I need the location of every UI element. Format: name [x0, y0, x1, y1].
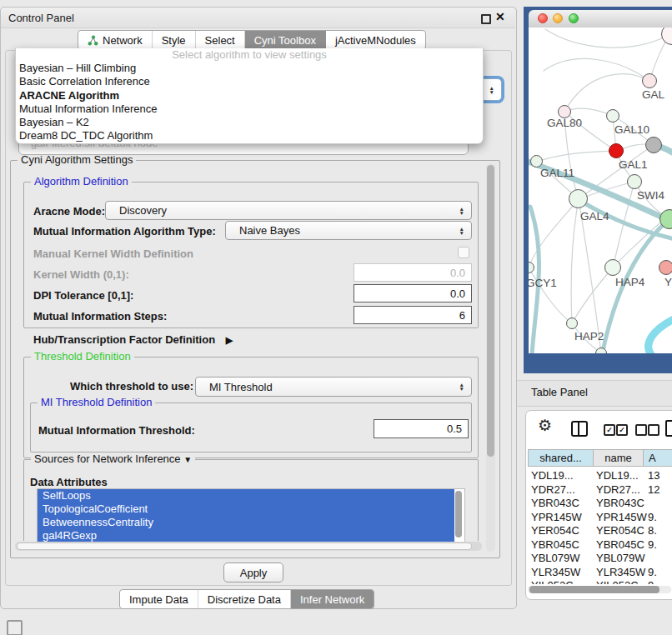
table-cell[interactable]: YDL19...: [596, 469, 639, 482]
table-cell[interactable]: 12: [648, 483, 659, 496]
network-node-gray[interactable]: [645, 137, 662, 153]
table-cell[interactable]: YPR145W: [531, 511, 582, 523]
settings-vscrollbar[interactable]: [486, 163, 495, 552]
popup-item-dream8[interactable]: Dream8 DC_TDC Algorithm: [16, 129, 483, 142]
list-item-gal4rgexp[interactable]: gal4RGexp: [38, 529, 454, 542]
tab-cyni-toolbox[interactable]: Cyni Toolbox: [245, 31, 326, 49]
network-node-salmon[interactable]: [659, 260, 672, 275]
table-cell[interactable]: YBR045C: [531, 538, 579, 551]
sources-legend[interactable]: Sources for Network Inference ▼: [31, 452, 195, 465]
unchecked-checkbox-icon[interactable]: [635, 424, 647, 436]
table-cell[interactable]: YBR045C: [596, 538, 644, 551]
control-panel-titlebar[interactable]: [1, 8, 515, 28]
floating-panel-icon[interactable]: [7, 620, 23, 635]
table-cell[interactable]: YER054C: [531, 524, 579, 537]
minimize-traffic-light[interactable]: [553, 13, 563, 23]
manual-kernel-checkbox[interactable]: [458, 247, 469, 258]
tab-infer-network[interactable]: Infer Network: [291, 590, 374, 608]
columns-icon[interactable]: [571, 421, 588, 437]
network-node-gal10[interactable]: [606, 109, 619, 122]
tab-style[interactable]: Style: [153, 31, 196, 49]
table-cell[interactable]: YIL052C: [531, 579, 574, 584]
apply-button[interactable]: Apply: [223, 562, 283, 582]
network-node-hap4[interactable]: [604, 259, 621, 276]
checked-checkbox-icon[interactable]: ✓: [616, 424, 628, 436]
node-label: GAL1: [619, 158, 648, 171]
which-threshold-combo[interactable]: MI Threshold ▲▼: [195, 377, 472, 397]
table-cell[interactable]: YBR043C: [596, 497, 644, 509]
column-header-name[interactable]: name: [593, 449, 644, 467]
table-cell[interactable]: YBL079W: [531, 552, 580, 564]
table-cell[interactable]: YER054C: [596, 524, 644, 537]
tab-network-label: Network: [103, 34, 143, 47]
popup-item-basic-correlation[interactable]: Basic Correlation Inference: [16, 75, 483, 88]
float-window-icon[interactable]: [481, 14, 491, 24]
zoom-traffic-light[interactable]: [569, 13, 579, 23]
table-cell[interactable]: YBR043C: [531, 497, 579, 509]
network-node-gal1[interactable]: [609, 143, 624, 158]
column-header-shared-name[interactable]: shared...: [528, 449, 594, 467]
mi-steps-field[interactable]: 6: [354, 306, 472, 324]
table-cell[interactable]: YIL052C: [596, 579, 639, 584]
mi-threshold-field[interactable]: 0.5: [374, 419, 469, 438]
unchecked-checkbox-icon[interactable]: [648, 424, 659, 436]
aracne-mode-combo[interactable]: Discovery ▲▼: [105, 201, 472, 220]
popup-item-bayesian-hill[interactable]: Bayesian – Hill Climbing: [16, 62, 483, 75]
dpi-tolerance-label: DPI Tolerance [0,1]:: [33, 289, 133, 302]
popup-item-aracne[interactable]: ARACNE Algorithm: [16, 89, 483, 102]
table-cell[interactable]: YDR27...: [531, 483, 575, 496]
table-cell[interactable]: YLR345W: [596, 566, 645, 578]
mi-algorithm-type-combo[interactable]: Naive Bayes ▲▼: [225, 221, 472, 240]
table-cell[interactable]: 9.: [648, 538, 657, 551]
settings-hscrollbar[interactable]: [15, 542, 482, 551]
threshold-definition-legend: Threshold Definition: [31, 350, 134, 362]
table-cell[interactable]: YPR145W: [596, 511, 647, 523]
kernel-width-field[interactable]: 0.0: [354, 263, 472, 282]
list-item-topologicalcoefficient[interactable]: TopologicalCoefficient: [38, 502, 454, 516]
table-cell[interactable]: 8.: [648, 524, 657, 537]
spinner-icon: ▲▼: [489, 86, 494, 94]
table-cell[interactable]: 9.: [648, 579, 657, 584]
settings-hscrollbar-thumb[interactable]: [17, 542, 472, 550]
network-node-gal7[interactable]: [642, 73, 657, 88]
list-item-selfloops[interactable]: SelfLoops: [38, 489, 454, 502]
tab-select[interactable]: Select: [196, 31, 245, 49]
table-cell[interactable]: 9.: [648, 566, 657, 578]
list-vscrollbar-thumb[interactable]: [455, 491, 462, 538]
network-node-gal11[interactable]: [530, 155, 543, 168]
list-item-betweennesscentrality[interactable]: BetweennessCentrality: [38, 516, 454, 529]
table-cell[interactable]: YDL19...: [531, 469, 574, 482]
tab-discretize-data[interactable]: Discretize Data: [198, 590, 291, 608]
tab-impute-data[interactable]: Impute Data: [120, 590, 198, 608]
table-cell[interactable]: YDR27...: [596, 483, 640, 496]
hub-definition-toggle[interactable]: Hub/Transcription Factor Definition ▶: [33, 333, 233, 346]
popup-item-bayesian-k2[interactable]: Bayesian – K2: [16, 116, 483, 129]
cyan-edge: [649, 319, 672, 353]
table-hscrollbar-thumb[interactable]: [529, 586, 659, 593]
dpi-tolerance-field[interactable]: 0.0: [354, 284, 472, 302]
close-icon[interactable]: ✕: [495, 10, 505, 23]
table-cell[interactable]: YLR345W: [531, 566, 580, 578]
node-label: GAL4: [580, 210, 609, 222]
network-canvas[interactable]: GAL GAL80 GAL10 GAL1 GAL11 SWI4 GAL4 GCY…: [529, 28, 672, 353]
tab-network[interactable]: Network: [78, 31, 153, 49]
aracne-mode-label: Aracne Mode:: [33, 205, 105, 218]
close-traffic-light[interactable]: [538, 13, 548, 23]
document-icon[interactable]: [665, 420, 672, 437]
table-cell[interactable]: 13: [648, 469, 659, 482]
mi-threshold-label: Mutual Information Threshold:: [38, 424, 195, 437]
column-header-a[interactable]: A: [643, 449, 672, 467]
tab-jactivemnodules[interactable]: jActiveMNodules: [326, 31, 425, 49]
table-cell[interactable]: 9.: [648, 511, 657, 523]
popup-item-mutual-info[interactable]: Mutual Information Inference: [16, 102, 483, 116]
table-hscrollbar[interactable]: [528, 586, 671, 593]
network-node-gal4[interactable]: [569, 189, 588, 208]
network-node[interactable]: [595, 348, 607, 353]
checked-checkbox-icon[interactable]: ✓: [604, 424, 615, 436]
table-cell[interactable]: YBL079W: [596, 552, 645, 564]
gear-icon[interactable]: ⚙: [538, 416, 552, 435]
network-node-swi4[interactable]: [627, 174, 642, 189]
network-node-hap2[interactable]: [566, 318, 578, 329]
settings-vscrollbar-thumb[interactable]: [487, 165, 494, 457]
network-window-titlebar[interactable]: [529, 10, 672, 28]
